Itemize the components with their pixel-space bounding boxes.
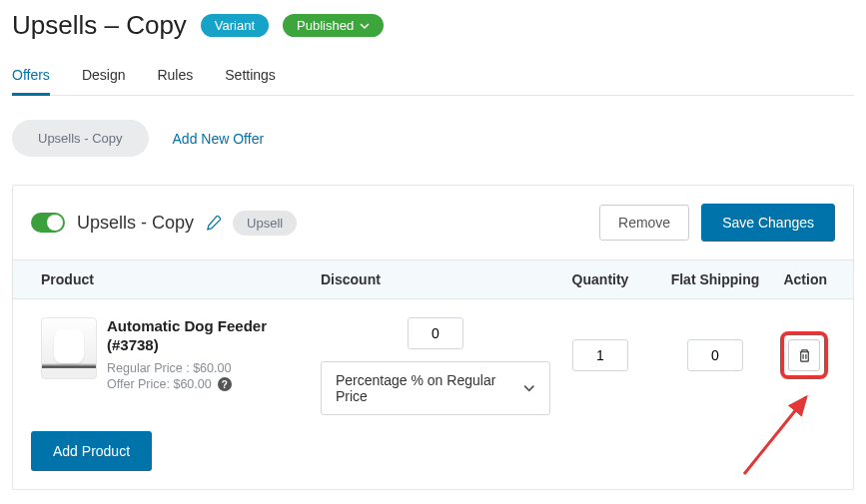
trash-icon [797, 348, 812, 363]
th-action: Action [780, 271, 835, 287]
th-product: Product [31, 271, 321, 287]
add-new-offer-link[interactable]: Add New Offer [173, 131, 265, 147]
discount-cell: Percentage % on Regular Price [321, 317, 550, 415]
save-button[interactable]: Save Changes [701, 204, 835, 242]
add-product-row: Add Product [13, 425, 853, 489]
th-discount: Discount [321, 271, 550, 287]
upsell-tag: Upsell [233, 211, 297, 236]
offer-price-line: Offer Price: $60.00 ? [107, 377, 267, 391]
chevron-down-icon [523, 382, 535, 394]
tab-settings[interactable]: Settings [225, 59, 276, 95]
page-title: Upsells – Copy [12, 10, 187, 41]
shipping-cell [650, 317, 780, 371]
th-quantity: Quantity [550, 271, 650, 287]
shipping-input[interactable] [687, 339, 743, 371]
action-highlight [780, 331, 828, 379]
regular-price: Regular Price : $60.00 [107, 361, 267, 375]
tab-offers[interactable]: Offers [12, 59, 50, 95]
tab-rules[interactable]: Rules [157, 59, 193, 95]
quantity-cell [550, 317, 650, 371]
current-offer-pill[interactable]: Upsells - Copy [12, 120, 149, 157]
variant-badge: Variant [201, 14, 269, 37]
tab-design[interactable]: Design [82, 59, 126, 95]
help-icon[interactable]: ? [218, 377, 232, 391]
delete-button[interactable] [788, 339, 820, 371]
published-badge[interactable]: Published [283, 14, 384, 37]
th-shipping: Flat Shipping [650, 271, 780, 287]
tab-bar: Offers Design Rules Settings [12, 59, 854, 96]
discount-value-input[interactable] [408, 317, 463, 349]
published-label: Published [297, 18, 354, 33]
action-cell [780, 317, 836, 379]
table-row: Automatic Dog Feeder (#3738) Regular Pri… [13, 299, 853, 425]
product-id: (#3738) [107, 336, 267, 353]
add-product-button[interactable]: Add Product [31, 431, 152, 471]
table-header: Product Discount Quantity Flat Shipping … [13, 259, 853, 299]
chevron-down-icon [360, 21, 370, 31]
panel-head: Upsells - Copy Upsell Remove Save Change… [13, 186, 853, 259]
product-table: Product Discount Quantity Flat Shipping … [13, 259, 853, 489]
offer-panel: Upsells - Copy Upsell Remove Save Change… [12, 185, 854, 490]
discount-type-label: Percentage % on Regular Price [336, 372, 523, 404]
quantity-input[interactable] [572, 339, 628, 371]
remove-button[interactable]: Remove [599, 205, 689, 241]
discount-type-select[interactable]: Percentage % on Regular Price [321, 361, 550, 415]
product-cell: Automatic Dog Feeder (#3738) Regular Pri… [31, 317, 321, 393]
offer-price: Offer Price: $60.00 [107, 377, 212, 391]
page-header: Upsells – Copy Variant Published [12, 10, 854, 41]
offer-toggle[interactable] [31, 213, 65, 233]
offer-name: Upsells - Copy [77, 213, 194, 234]
product-title: Automatic Dog Feeder [107, 317, 267, 334]
edit-icon[interactable] [206, 216, 221, 231]
product-image [41, 317, 97, 379]
offers-row: Upsells - Copy Add New Offer [12, 120, 854, 157]
